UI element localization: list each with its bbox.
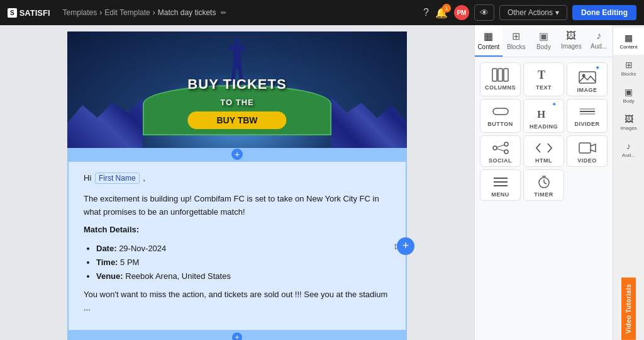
add-row-bar-top[interactable]: + [67,148,407,161]
sidebar-content: COLUMNS T TEXT ✦ [475,57,613,340]
content-item-columns[interactable]: COLUMNS [480,62,521,96]
svg-line-22 [544,183,547,184]
content-item-html[interactable]: HTML [523,135,564,167]
add-element-button[interactable]: + [397,237,414,255]
html-icon [535,141,553,155]
content-item-divider[interactable]: DIVIDER [567,99,608,133]
other-actions-button[interactable]: Other Actions ▾ [499,5,567,20]
avatar[interactable]: PM [454,5,469,20]
greeting-text: Hi First Name , [84,172,391,185]
breadcrumb-templates[interactable]: Templates [63,8,97,17]
done-editing-button[interactable]: Done Editing [572,5,636,20]
logo-text: SATISFI [19,8,50,18]
video-tutorials-button[interactable]: Video Tutorials [621,278,636,340]
right-panel-tabs: ▦ Content ⊞ Blocks ▣ Body 🖼 Images ♪ Aud… [613,25,644,340]
svg-line-15 [497,149,504,151]
match-venue-value: Reebok Arena, United States [125,271,231,281]
breadcrumb-arrow1: › [99,8,102,17]
body-tab-label: Body [536,43,551,50]
content-item-social[interactable]: SOCIAL [480,135,521,167]
rpanel-blocks-icon: ⊞ [625,60,633,70]
svg-rect-0 [492,69,497,81]
image-label: IMAGE [577,87,597,93]
help-icon[interactable]: ? [423,7,429,18]
image-corner-icon: ✦ [595,64,600,71]
add-row-bar-middle[interactable]: + [67,331,407,340]
rpanel-tab-body[interactable]: ▣ Body [613,82,644,109]
svg-rect-1 [498,69,502,81]
rpanel-body-icon: ▣ [625,87,633,97]
svg-point-11 [493,146,497,150]
svg-rect-4 [579,72,596,83]
preview-button[interactable]: 👁 [474,4,494,21]
svg-point-13 [504,150,508,154]
rpanel-blocks-label: Blocks [621,71,636,77]
video-icon [579,141,596,155]
tab-images[interactable]: 🖼 Images [557,25,585,57]
rpanel-tab-audio[interactable]: ♪ Aud... [613,136,644,163]
edit-title-icon[interactable]: ✏ [221,9,226,17]
logo-icon: S [8,8,17,18]
image-icon [579,71,596,84]
svg-rect-2 [504,69,508,81]
notif-count: 1 [442,4,451,13]
breadcrumb-current: Match day tickets [158,8,216,17]
divider-label: DIVIDER [574,121,599,127]
breadcrumb-arrow2: › [153,8,155,17]
heading-label: HEADING [530,123,558,130]
button-label: BUTTON [487,121,513,127]
tab-blocks[interactable]: ⊞ Blocks [502,25,530,57]
body-text-1: The excitement is building up! Combifam … [84,193,391,219]
content-item-timer[interactable]: TIMER [523,169,564,201]
rpanel-images-icon: 🖼 [625,114,633,124]
audio-tab-icon: ♪ [596,30,601,42]
content-item-image[interactable]: ✦ IMAGE [567,62,608,96]
buy-tbw-button[interactable]: BUY TBW [187,111,286,129]
content-tab-label: Content [477,43,499,50]
blocks-tab-label: Blocks [507,43,525,50]
tab-content[interactable]: ▦ Content [475,25,502,57]
notification-badge[interactable]: 🔔 1 [435,7,448,19]
body-tab-icon: ▣ [539,30,548,42]
button-icon [492,105,509,118]
content-item-button[interactable]: BUTTON [480,99,521,133]
menu-label: MENU [491,191,509,198]
content-item-video[interactable]: VIDEO [567,135,608,167]
svg-rect-16 [579,143,591,153]
html-label: HTML [535,157,552,164]
add-row-plus-middle-icon[interactable]: + [232,332,242,340]
main-layout: BUY TICKETS TO THE BUY TBW + Hi First Na… [0,25,644,340]
content-grid: COLUMNS T TEXT ✦ [480,62,608,201]
rpanel-tab-images[interactable]: 🖼 Images [613,109,644,136]
svg-line-14 [497,145,504,147]
match-details-list: Date: 29-Nov-2024 Time: 5 PM Venue: Reeb… [84,242,391,283]
breadcrumb: Templates › Edit Template › Match day ti… [63,8,227,17]
text-icon: T [535,68,553,82]
timer-icon [535,175,553,189]
content-item-menu[interactable]: MENU [480,169,521,201]
add-row-plus-icon[interactable]: + [231,149,243,160]
heading-corner-icon: ✦ [552,101,557,108]
rpanel-audio-icon: ♪ [626,141,631,151]
rpanel-tab-content[interactable]: ▦ Content [613,28,644,55]
rpanel-tab-blocks[interactable]: ⊞ Blocks [613,55,644,82]
sidebar-tabs: ▦ Content ⊞ Blocks ▣ Body 🖼 Images ♪ Aud… [475,25,613,57]
match-time-item: Time: 5 PM [96,256,391,269]
first-name-tag[interactable]: First Name [95,173,140,184]
match-details-heading: Match Details: [84,224,391,237]
tab-audio[interactable]: ♪ Aud... [585,25,613,57]
body-text-2: You won't want to miss the action, and t… [84,288,391,315]
content-tab-icon: ▦ [484,30,493,42]
svg-rect-6 [493,108,508,115]
svg-point-12 [504,142,508,146]
tab-body[interactable]: ▣ Body [530,25,558,57]
social-icon [492,141,509,155]
canvas-area: BUY TICKETS TO THE BUY TBW + Hi First Na… [0,25,474,340]
content-item-text[interactable]: T TEXT [523,62,564,96]
hero-text: BUY TICKETS TO THE BUY TBW [187,76,286,129]
svg-text:H: H [537,108,545,120]
images-tab-icon: 🖼 [566,30,576,42]
breadcrumb-edit-template[interactable]: Edit Template [104,8,150,17]
text-content-block[interactable]: Hi First Name , The excitement is buildi… [67,161,407,331]
content-item-heading[interactable]: ✦ H HEADING [523,99,564,133]
